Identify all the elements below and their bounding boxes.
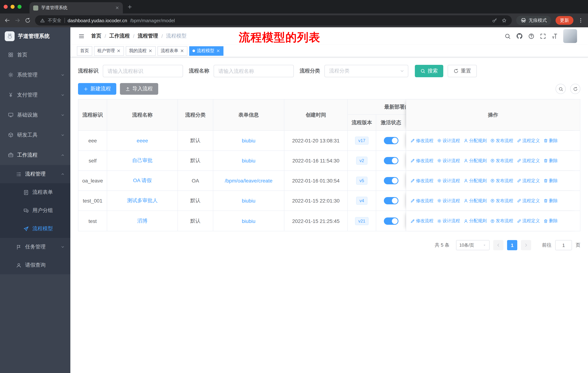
bookmark-star-icon[interactable]: [502, 18, 507, 23]
design-process-link[interactable]: 设计流程: [437, 198, 460, 204]
modify-process-link[interactable]: 修改流程: [410, 198, 433, 204]
form-link[interactable]: biubiu: [242, 138, 256, 143]
category-select[interactable]: 流程分类: [325, 65, 408, 77]
delete-link[interactable]: 删除: [544, 198, 558, 204]
publish-process-link[interactable]: 发布流程: [490, 218, 513, 224]
assign-rule-link[interactable]: 分配规则: [464, 218, 487, 224]
publish-process-link[interactable]: 发布流程: [490, 158, 513, 164]
delete-link[interactable]: 删除: [544, 218, 558, 224]
reset-button[interactable]: 重置: [448, 65, 477, 77]
search-button[interactable]: 搜索: [415, 65, 443, 77]
delete-link[interactable]: 删除: [544, 178, 558, 184]
address-bar[interactable]: 不安全 dashboard.yudao.iocoder.cn/bpm/manag…: [35, 15, 512, 26]
form-link[interactable]: biubiu: [242, 158, 256, 163]
search-icon[interactable]: [504, 33, 511, 39]
security-label[interactable]: 不安全: [48, 17, 62, 23]
prev-page-button[interactable]: [493, 240, 504, 250]
tag-close-icon[interactable]: [148, 49, 152, 53]
assign-rule-link[interactable]: 分配规则: [464, 178, 487, 184]
process-definition-link[interactable]: 流程定义: [517, 138, 540, 144]
help-icon[interactable]: [528, 33, 535, 39]
sidebar-item-workflow[interactable]: 工作流程: [0, 145, 70, 165]
active-toggle[interactable]: [384, 197, 398, 204]
modify-process-link[interactable]: 修改流程: [410, 158, 433, 164]
import-process-button[interactable]: 导入流程: [120, 83, 158, 95]
fullscreen-icon[interactable]: [540, 33, 546, 39]
publish-process-link[interactable]: 发布流程: [490, 138, 513, 144]
assign-rule-link[interactable]: 分配规则: [464, 138, 487, 144]
process-definition-link[interactable]: 流程定义: [517, 198, 540, 204]
create-process-button[interactable]: 新建流程: [78, 83, 116, 95]
password-key-icon[interactable]: [492, 18, 497, 23]
breadcrumb-item[interactable]: 流程管理: [138, 33, 158, 39]
tag-process-form[interactable]: 流程表单: [158, 46, 187, 56]
publish-process-link[interactable]: 发布流程: [490, 198, 513, 204]
process-name-link[interactable]: eeee: [137, 138, 148, 143]
goto-page-input[interactable]: [555, 240, 572, 250]
process-name-link[interactable]: 滔博: [137, 218, 147, 224]
sidebar-item-task-management[interactable]: 任务管理: [0, 238, 70, 256]
breadcrumb-item[interactable]: 首页: [91, 33, 101, 39]
modify-process-link[interactable]: 修改流程: [410, 218, 433, 224]
tag-close-icon[interactable]: [117, 49, 121, 53]
process-definition-link[interactable]: 流程定义: [517, 178, 540, 184]
sidebar-item-process-model[interactable]: 流程模型: [0, 220, 70, 238]
sidebar-item-payment[interactable]: 支付管理: [0, 85, 70, 105]
user-avatar[interactable]: [563, 29, 577, 43]
reload-icon[interactable]: [25, 18, 31, 23]
design-process-link[interactable]: 设计流程: [437, 158, 460, 164]
tag-close-icon[interactable]: [180, 49, 184, 53]
active-toggle[interactable]: [384, 137, 398, 144]
breadcrumb-item[interactable]: 工作流程: [109, 33, 130, 39]
sidebar-item-devtools[interactable]: 研发工具: [0, 125, 70, 145]
delete-link[interactable]: 删除: [544, 158, 558, 164]
security-warning-icon[interactable]: [40, 18, 45, 23]
browser-tab[interactable]: 芋道管理系统: [30, 2, 123, 13]
process-name-link[interactable]: 测试多审批人: [127, 197, 158, 204]
page-size-select[interactable]: 10条/页: [456, 240, 490, 250]
page-number-button[interactable]: 1: [507, 240, 517, 250]
assign-rule-link[interactable]: 分配规则: [464, 158, 487, 164]
process-name-input[interactable]: [214, 65, 294, 77]
active-toggle[interactable]: [384, 177, 398, 184]
assign-rule-link[interactable]: 分配规则: [464, 198, 487, 204]
font-size-icon[interactable]: [552, 33, 558, 39]
back-icon[interactable]: [4, 18, 10, 23]
design-process-link[interactable]: 设计流程: [437, 138, 460, 144]
chrome-update-button[interactable]: 更新: [556, 16, 573, 25]
modify-process-link[interactable]: 修改流程: [410, 178, 433, 184]
active-toggle[interactable]: [384, 217, 398, 225]
tag-tenant[interactable]: 租户管理: [94, 46, 124, 56]
sidebar-item-leave-query[interactable]: 请假查询: [0, 256, 70, 274]
sidebar-item-system[interactable]: 系统管理: [0, 65, 70, 85]
github-icon[interactable]: [516, 33, 523, 39]
tab-close-icon[interactable]: [115, 6, 119, 10]
sidebar-item-home[interactable]: 首页: [0, 45, 70, 65]
sidebar-item-process-form[interactable]: 流程表单: [0, 183, 70, 202]
process-name-link[interactable]: OA 请假: [133, 177, 152, 184]
publish-process-link[interactable]: 发布流程: [490, 178, 513, 184]
design-process-link[interactable]: 设计流程: [437, 218, 460, 224]
minimize-window-button[interactable]: [10, 5, 15, 9]
tag-my-process[interactable]: 我的流程: [126, 46, 156, 56]
tag-home[interactable]: 首页: [77, 46, 92, 56]
process-name-link[interactable]: 自己审批: [132, 157, 153, 164]
zoom-window-button[interactable]: [18, 5, 21, 9]
sidebar-item-user-group[interactable]: 用户分组: [0, 202, 70, 220]
refresh-table-button[interactable]: [570, 84, 580, 94]
process-definition-link[interactable]: 流程定义: [517, 158, 540, 164]
modify-process-link[interactable]: 修改流程: [410, 138, 433, 144]
form-link[interactable]: biubiu: [242, 218, 256, 224]
delete-link[interactable]: 删除: [544, 138, 558, 144]
toggle-search-button[interactable]: [556, 84, 566, 94]
next-page-button[interactable]: [521, 240, 531, 250]
design-process-link[interactable]: 设计流程: [437, 178, 460, 184]
close-window-button[interactable]: [4, 5, 8, 9]
forward-icon[interactable]: [15, 18, 21, 23]
process-definition-link[interactable]: 流程定义: [517, 218, 540, 224]
active-toggle[interactable]: [384, 157, 398, 164]
tag-process-model[interactable]: 流程模型: [189, 46, 223, 56]
hamburger-icon[interactable]: [78, 33, 84, 39]
sidebar-item-infrastructure[interactable]: 基础设施: [0, 105, 70, 125]
app-logo[interactable]: 芋道管理系统: [0, 27, 70, 45]
